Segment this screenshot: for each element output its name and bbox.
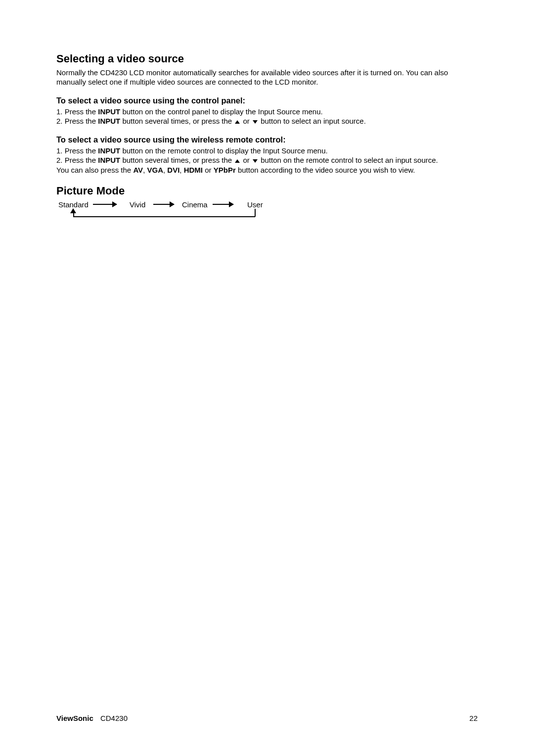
note-line: You can also press the AV, VGA, DVI, HDM… [56,165,478,175]
feedback-line [73,216,255,217]
step-1: 1. Press the INPUT button on the control… [56,107,478,117]
mode-vivid: Vivid [130,200,145,209]
step-1-remote: 1. Press the INPUT button on the remote … [56,146,478,156]
heading-selecting-source: Selecting a video source [56,52,478,65]
mode-cinema: Cinema [182,200,208,209]
down-arrow-icon [253,120,258,124]
heading-picture-mode: Picture Mode [56,185,478,197]
picture-mode-cycle-diagram: Standard Vivid Cinema User [58,200,478,230]
page-footer: ViewSonic CD4230 22 [56,714,478,722]
page-number: 22 [469,714,478,722]
steps-remote-control: 1. Press the INPUT button on the remote … [56,146,478,175]
arrow-right-icon [213,204,233,205]
up-arrow-icon [235,120,240,124]
footer-model: CD4230 [100,714,128,722]
mode-standard: Standard [58,200,89,209]
arrow-up-icon [70,208,76,213]
subheading-remote-control: To select a video source using the wirel… [56,135,478,144]
up-arrow-icon [235,159,240,163]
subheading-control-panel: To select a video source using the contr… [56,96,478,105]
intro-paragraph: Normally the CD4230 LCD monitor automati… [56,68,478,87]
down-arrow-icon [253,159,258,163]
feedback-line [73,213,74,217]
arrow-right-icon [93,204,117,205]
mode-user: User [247,200,263,209]
feedback-line [255,209,256,217]
step-2-remote: 2. Press the INPUT button several times,… [56,155,478,165]
step-2: 2. Press the INPUT button several times,… [56,116,478,126]
arrow-right-icon [153,204,174,205]
steps-control-panel: 1. Press the INPUT button on the control… [56,107,478,126]
footer-brand: ViewSonic [56,714,93,722]
